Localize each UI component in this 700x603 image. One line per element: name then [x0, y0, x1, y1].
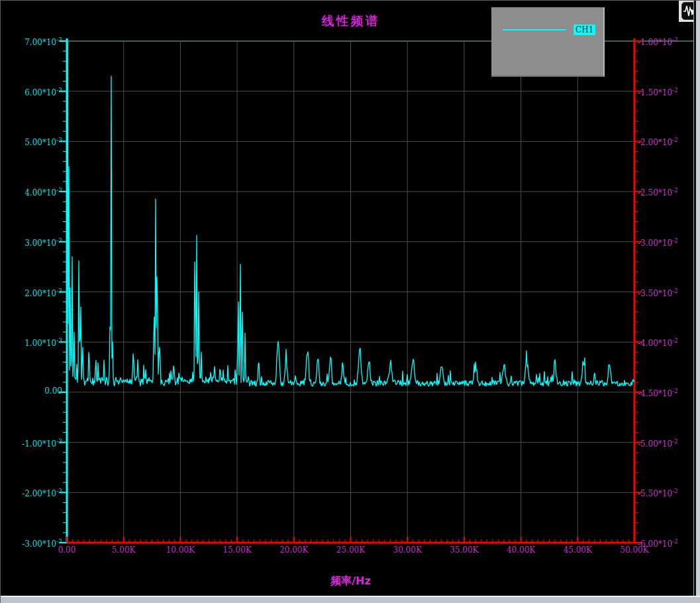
spectrum-chart [1, 1, 700, 603]
right-axis-tick-label: -5.50*10-2 [638, 486, 678, 498]
left-axis-tick-label: 2.00*10-3 [25, 286, 62, 298]
right-axis-tick-label: -4.50*10-2 [638, 386, 678, 398]
x-axis-tick-label: 50.00K [620, 545, 648, 555]
left-axis-tick-label: 4.00*10-3 [25, 186, 62, 197]
x-axis-tick-label: 5.00K [112, 545, 136, 555]
left-axis-tick-label: 3.00*10-3 [25, 236, 62, 248]
legend-line-sample [503, 29, 566, 30]
x-axis-tick-label: 40.00K [507, 545, 535, 555]
right-axis-tick-label: -3.00*10-2 [638, 236, 678, 248]
spectrum-analyzer-window: 线性频谱 7.00*10-36.00*10-35.00*10-34.00*10-… [0, 0, 700, 603]
left-axis-tick-label: 5.00*10-3 [25, 135, 62, 147]
right-axis-tick-label: -2.50*10-2 [638, 186, 678, 197]
right-axis-tick-label: -5.00*10-2 [638, 437, 678, 449]
right-axis-tick-label: -4.00*10-2 [638, 336, 678, 348]
left-axis-tick-label: 0.00 [44, 386, 62, 396]
window-frame-right [693, 1, 700, 603]
right-axis-tick-label: -2.00*10-2 [638, 135, 678, 147]
left-axis-tick-label: 6.00*10-3 [25, 85, 62, 97]
x-axis-tick-label: 20.00K [279, 545, 308, 555]
x-axis-tick-label: 45.00K [564, 545, 592, 555]
left-axis-tick-label: -1.00*10-3 [22, 437, 62, 449]
x-axis-tick-label: 10.00K [166, 545, 195, 555]
left-axis-tick-label: -2.00*10-3 [22, 486, 62, 498]
x-axis-tick-label: 15.00K [223, 545, 251, 555]
x-axis-title: 频率/Hz [67, 575, 634, 588]
left-axis-tick-label: 1.00*10-3 [25, 336, 62, 348]
left-axis-tick-label: -3.00*10-3 [22, 537, 62, 549]
x-axis-tick-label: 30.00K [393, 545, 422, 555]
right-axis-tick-label: -1.00*10-2 [638, 35, 678, 47]
x-axis-tick-label: 0.00 [58, 545, 76, 555]
right-axis-tick-label: -3.50*10-2 [638, 286, 678, 298]
right-axis-tick-label: -1.50*10-2 [638, 85, 678, 97]
x-axis-tick-label: 25.00K [336, 545, 365, 555]
legend-series-ch1[interactable]: CH1 [574, 25, 595, 35]
window-frame-bottom [1, 596, 700, 603]
legend-box[interactable]: CH1 [491, 7, 605, 77]
x-axis-tick-label: 35.00K [450, 545, 478, 555]
left-axis-tick-label: 7.00*10-3 [25, 35, 62, 47]
